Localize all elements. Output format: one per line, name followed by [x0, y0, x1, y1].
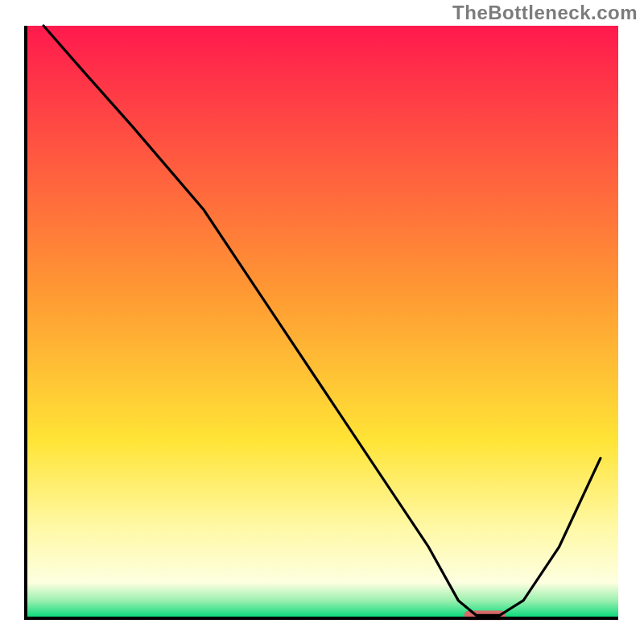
- gradient-background: [26, 26, 618, 618]
- watermark-label: TheBottleneck.com: [452, 2, 638, 24]
- chart-container: { "watermark": "TheBottleneck.com", "cha…: [0, 0, 644, 644]
- chart-svg: [0, 0, 644, 644]
